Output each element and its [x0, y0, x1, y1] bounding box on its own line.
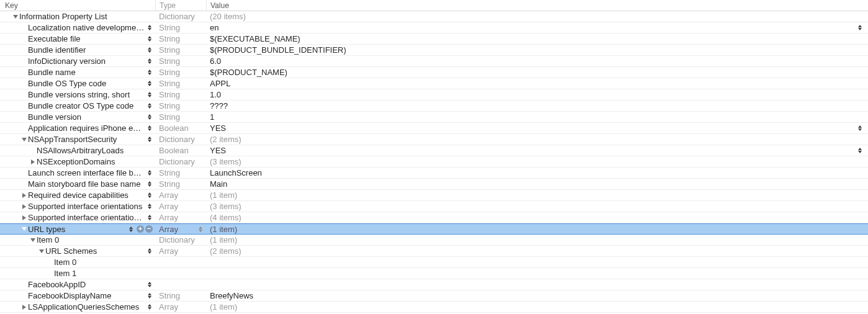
value-cell[interactable]: YES — [206, 146, 868, 155]
type-cell[interactable]: Boolean — [155, 123, 206, 133]
key-stepper-icon[interactable] — [147, 204, 153, 209]
value-cell[interactable]: (1 item) — [206, 302, 868, 312]
key-stepper-icon[interactable] — [147, 304, 153, 310]
value-cell[interactable]: LaunchScreen — [206, 168, 868, 177]
value-cell[interactable]: (4 items) — [206, 213, 868, 222]
disclosure-triangle-icon[interactable] — [21, 304, 27, 310]
type-cell[interactable]: Dictionary — [155, 12, 206, 21]
value-cell[interactable]: Main — [206, 179, 868, 189]
key-stepper-icon[interactable] — [147, 125, 153, 131]
key-stepper-icon[interactable] — [147, 170, 153, 176]
type-cell[interactable]: Array — [155, 213, 206, 222]
table-row[interactable]: NSAppTransportSecurityDictionary(2 items… — [0, 134, 868, 145]
value-cell[interactable]: en — [206, 23, 868, 32]
key-cell[interactable]: URL Schemes — [0, 246, 155, 256]
value-cell[interactable]: 1.0 — [206, 90, 868, 99]
key-stepper-icon[interactable] — [147, 47, 153, 53]
table-row[interactable]: Executable fileString$(EXECUTABLE_NAME) — [0, 34, 868, 45]
key-cell[interactable]: Information Property List — [0, 12, 155, 21]
key-stepper-icon[interactable] — [147, 181, 153, 187]
type-cell[interactable]: String — [155, 291, 206, 300]
table-row[interactable]: Main storyboard file base nameStringMain — [0, 179, 868, 190]
type-cell[interactable]: String — [155, 45, 206, 55]
value-cell[interactable]: YES — [206, 123, 868, 133]
type-cell[interactable]: Array — [155, 225, 206, 234]
value-cell[interactable]: BreefyNews — [206, 291, 868, 300]
key-cell[interactable]: Bundle name — [0, 68, 155, 77]
type-cell[interactable]: Array — [155, 202, 206, 211]
table-row[interactable]: Item 0 — [0, 257, 868, 268]
key-stepper-icon[interactable] — [147, 114, 153, 120]
table-row[interactable]: Item 0Dictionary(1 item) — [0, 235, 868, 246]
value-cell[interactable]: (3 items) — [206, 202, 868, 211]
type-cell[interactable]: String — [155, 112, 206, 122]
table-row[interactable]: Launch screen interface file base...Stri… — [0, 168, 868, 179]
table-row[interactable]: Bundle versions string, shortString1.0 — [0, 89, 868, 101]
key-cell[interactable]: Bundle versions string, short — [0, 90, 155, 99]
value-stepper-icon[interactable] — [857, 148, 863, 153]
table-row[interactable]: URL types + − Array(1 item) — [0, 223, 868, 235]
key-cell[interactable]: Bundle identifier — [0, 45, 155, 55]
key-cell[interactable]: Executable file — [0, 34, 155, 43]
type-cell[interactable]: Array — [155, 246, 206, 256]
type-cell[interactable]: Array — [155, 191, 206, 200]
key-cell[interactable]: FacebookAppID — [0, 280, 155, 289]
key-cell[interactable]: Item 0 — [0, 258, 155, 267]
table-row[interactable]: Application requires iPhone enviro...Boo… — [0, 123, 868, 134]
key-cell[interactable]: Bundle creator OS Type code — [0, 101, 155, 110]
type-cell[interactable]: String — [155, 90, 206, 99]
value-cell[interactable]: (1 item) — [206, 225, 868, 234]
remove-row-button[interactable]: − — [145, 225, 153, 233]
value-stepper-icon[interactable] — [857, 25, 863, 30]
type-cell[interactable]: String — [155, 34, 206, 43]
disclosure-triangle-icon[interactable] — [12, 14, 18, 19]
key-cell[interactable]: InfoDictionary version — [0, 56, 155, 66]
disclosure-triangle-icon[interactable] — [30, 159, 35, 164]
add-row-button[interactable]: + — [137, 225, 144, 233]
table-row[interactable]: Bundle OS Type codeStringAPPL — [0, 78, 868, 89]
value-stepper-icon[interactable] — [857, 125, 863, 131]
key-stepper-icon[interactable] — [147, 293, 153, 298]
key-cell[interactable]: Application requires iPhone enviro... — [0, 123, 155, 133]
type-cell[interactable]: Dictionary — [155, 135, 206, 144]
table-row[interactable]: FacebookAppID — [0, 279, 868, 290]
table-row[interactable]: Bundle creator OS Type codeString???? — [0, 101, 868, 112]
disclosure-triangle-icon[interactable] — [21, 227, 27, 232]
key-cell[interactable]: Required device capabilities — [0, 191, 155, 200]
value-cell[interactable]: 6.0 — [206, 56, 868, 66]
column-header-value[interactable]: Value — [206, 0, 868, 11]
key-cell[interactable]: NSAllowsArbitraryLoads — [0, 146, 155, 155]
value-cell[interactable]: (2 items) — [206, 135, 868, 144]
key-stepper-icon[interactable] — [147, 137, 153, 142]
value-cell[interactable]: APPL — [206, 79, 868, 88]
key-cell[interactable]: LSApplicationQueriesSchemes — [0, 302, 155, 312]
type-cell[interactable]: Dictionary — [155, 157, 206, 166]
key-cell[interactable]: NSExceptionDomains — [0, 157, 155, 166]
value-cell[interactable]: (3 items) — [206, 157, 868, 166]
key-stepper-icon[interactable] — [147, 25, 153, 30]
key-cell[interactable]: Supported interface orientations (i... — [0, 213, 155, 222]
type-cell[interactable]: Dictionary — [155, 235, 206, 244]
type-cell[interactable]: String — [155, 101, 206, 110]
table-row[interactable]: Bundle identifierString$(PRODUCT_BUNDLE_… — [0, 45, 868, 56]
table-row[interactable]: Supported interface orientationsArray(3 … — [0, 201, 868, 212]
disclosure-triangle-icon[interactable] — [21, 215, 27, 220]
type-cell[interactable]: String — [155, 179, 206, 189]
value-cell[interactable]: $(EXECUTABLE_NAME) — [206, 34, 868, 43]
key-cell[interactable]: Supported interface orientations — [0, 202, 155, 211]
key-stepper-icon[interactable] — [147, 215, 153, 220]
key-cell[interactable]: Bundle OS Type code — [0, 79, 155, 88]
type-cell[interactable]: String — [155, 79, 206, 88]
disclosure-triangle-icon[interactable] — [21, 204, 27, 209]
key-stepper-icon[interactable] — [147, 70, 153, 75]
key-stepper-icon[interactable] — [147, 192, 153, 198]
key-cell[interactable]: Bundle version — [0, 112, 155, 122]
key-cell[interactable]: Localization native development re... — [0, 23, 155, 32]
table-row[interactable]: Supported interface orientations (i...Ar… — [0, 212, 868, 223]
table-row[interactable]: NSExceptionDomainsDictionary(3 items) — [0, 156, 868, 168]
key-stepper-icon[interactable] — [147, 58, 153, 64]
key-stepper-icon[interactable] — [147, 81, 153, 86]
type-cell[interactable]: Array — [155, 302, 206, 312]
disclosure-triangle-icon[interactable] — [21, 192, 27, 198]
key-stepper-icon[interactable] — [128, 227, 134, 232]
